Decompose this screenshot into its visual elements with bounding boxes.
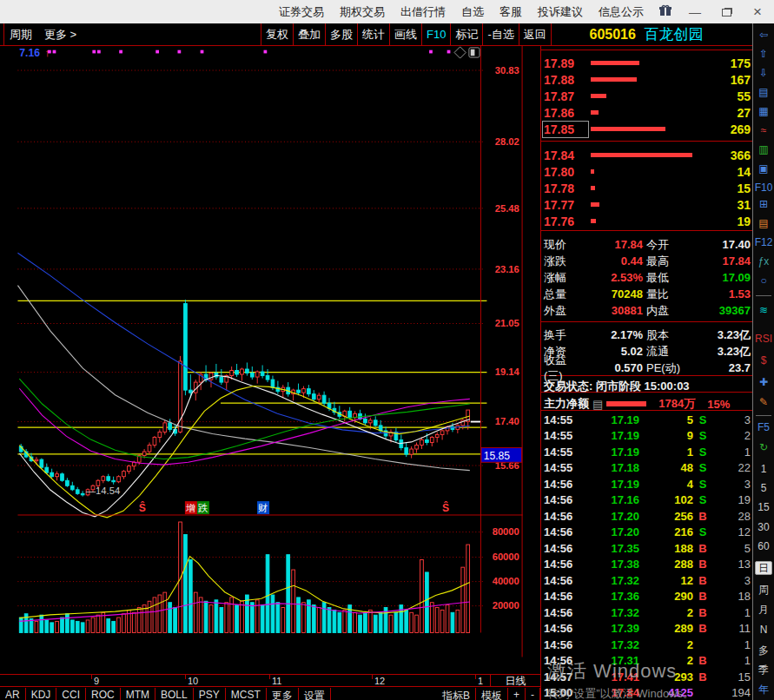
menu-watchlist[interactable]: 自选 <box>461 4 484 20</box>
bid-price[interactable]: 17.80 <box>544 165 587 179</box>
volume-bar <box>338 612 341 632</box>
period-year[interactable]: 年 <box>753 683 774 696</box>
ask-price[interactable]: 17.85 <box>544 122 587 136</box>
stock-code: 605016 <box>589 27 635 42</box>
ask-row[interactable]: 17.89175 <box>544 55 751 71</box>
indicator-tab-KDJ[interactable]: KDJ <box>26 688 57 700</box>
period-5[interactable]: 5 <box>753 482 774 494</box>
indicator-action-3[interactable]: - <box>526 688 540 700</box>
bid-price[interactable]: 17.84 <box>544 149 587 162</box>
toolbar-button-4[interactable]: 画线 <box>389 23 421 45</box>
money-icon[interactable]: $ <box>753 354 774 367</box>
main-force-row[interactable]: 主力净额▤1784万15% <box>544 396 751 412</box>
menu-complaint[interactable]: 投诉建议 <box>538 4 583 20</box>
kline-chart[interactable]: 30.8328.0225.4823.1621.0519.1417.4015.66… <box>0 46 540 700</box>
period-multi[interactable]: 多 <box>753 644 774 657</box>
kline-icon[interactable]: ▥ <box>753 143 774 155</box>
menu-securities-trade[interactable]: 证券交易 <box>279 4 324 20</box>
menu-options-trade[interactable]: 期权交易 <box>340 4 385 20</box>
bid-row[interactable]: 17.7815 <box>544 180 751 196</box>
circle-icon[interactable]: ○ <box>753 274 774 287</box>
toolbar-button-6[interactable]: 标记 <box>450 23 482 45</box>
quote-table-icon[interactable]: ▦ <box>753 105 774 117</box>
period-month[interactable]: 月 <box>753 604 774 616</box>
ask-row[interactable]: 17.88167 <box>544 71 751 88</box>
volume-bar <box>81 623 84 633</box>
menu-customer-service[interactable]: 客服 <box>499 4 522 20</box>
report-icon[interactable]: ▤ <box>753 86 774 98</box>
toolbar-button-3[interactable]: 统计 <box>357 23 389 45</box>
indicator-tab-设置[interactable]: 设置 <box>299 688 331 700</box>
diamond-icon[interactable] <box>454 47 466 58</box>
down-icon[interactable]: ⇩ <box>753 67 774 79</box>
bid-row[interactable]: 17.84366 <box>544 147 751 163</box>
period-quarter[interactable]: 季 <box>753 664 774 676</box>
indicator-tab-ROC[interactable]: ROC <box>86 688 121 700</box>
gift-icon[interactable] <box>659 4 671 19</box>
indicator-action-1[interactable]: 模板 <box>476 688 508 700</box>
indicator-tab-AR[interactable]: AR <box>0 688 26 700</box>
f10-icon[interactable]: F10 <box>753 182 774 194</box>
period-60[interactable]: 60 <box>753 540 774 552</box>
toolbar-button-7[interactable]: -自选 <box>482 23 518 45</box>
indicator-tab-MCST[interactable]: MCST <box>226 688 267 700</box>
indicator-tab-更多[interactable]: 更多 <box>267 688 299 700</box>
menu-lending-quotes[interactable]: 出借行情 <box>400 4 446 20</box>
period-30[interactable]: 30 <box>753 521 774 533</box>
bid-row[interactable]: 17.7619 <box>544 213 751 229</box>
indicator-action-0[interactable]: 指标B <box>437 688 476 700</box>
minimize-button[interactable]: — <box>687 5 703 19</box>
period-1[interactable]: 1 <box>753 463 774 475</box>
period-day[interactable]: 日 <box>755 561 772 575</box>
ask-price[interactable]: 17.88 <box>544 73 587 87</box>
period-indicator[interactable]: 日线 <box>490 675 540 687</box>
tree-icon[interactable]: ⊞ <box>753 198 774 210</box>
indicator-tab-BOLL[interactable]: BOLL <box>155 688 194 700</box>
indicator-tab-CCI[interactable]: CCI <box>56 688 86 700</box>
up-icon[interactable]: ⇧ <box>753 48 774 60</box>
formula-icon[interactable]: ƒx <box>753 255 774 267</box>
restore-button[interactable] <box>718 5 734 19</box>
bid-volume: 19 <box>709 215 751 228</box>
close-button[interactable]: × <box>750 3 765 21</box>
indicator-tab-PSY[interactable]: PSY <box>194 688 226 700</box>
pages-icon[interactable]: ▣ <box>753 162 774 175</box>
person-file-icon[interactable]: ▤ <box>753 217 774 229</box>
waves-icon[interactable]: ≋ <box>753 304 774 316</box>
bid-row[interactable]: 17.7731 <box>544 196 751 213</box>
rsi-icon[interactable]: RSI <box>753 333 774 345</box>
quote-label: 最低 <box>646 270 685 286</box>
toolbar-button-1[interactable]: 叠加 <box>293 23 325 45</box>
f5-icon[interactable]: F5 <box>753 421 774 433</box>
more-menu[interactable]: 更多 > <box>44 27 76 43</box>
ask-price[interactable]: 17.89 <box>544 56 587 70</box>
tick-row: 14:5617.20216S12 <box>544 525 751 540</box>
menu-info-disclosure[interactable]: 信息公示 <box>599 4 644 20</box>
trend-line-icon[interactable]: ≈ <box>753 124 774 136</box>
toolbar-button-2[interactable]: 多股 <box>325 23 357 45</box>
period-menu[interactable]: 周期 <box>10 27 32 43</box>
period-15[interactable]: 15 <box>753 501 774 513</box>
pencil-icon[interactable]: ✎ <box>753 396 774 408</box>
ask-row[interactable]: 17.8755 <box>544 88 751 104</box>
move-icon[interactable]: ✚ <box>753 376 774 388</box>
bid-row[interactable]: 17.8014 <box>544 163 751 180</box>
f12-icon[interactable]: F12 <box>753 236 774 248</box>
back-icon[interactable]: ⇦ <box>753 29 774 41</box>
period-week[interactable]: 周 <box>753 584 774 596</box>
period-n[interactable]: N <box>753 624 774 636</box>
toolbar-button-5[interactable]: F10 <box>421 23 450 45</box>
bid-price[interactable]: 17.77 <box>544 198 587 212</box>
toolbar-button-0[interactable]: 复权 <box>261 23 293 45</box>
list-icon[interactable]: ▤ <box>592 398 603 411</box>
ask-price[interactable]: 17.86 <box>544 106 587 120</box>
bid-volume: 366 <box>709 149 751 162</box>
indicator-action-2[interactable]: + <box>508 688 526 700</box>
indicator-tab-MTM[interactable]: MTM <box>121 688 155 700</box>
ask-row[interactable]: 17.8627 <box>544 104 751 121</box>
refresh-icon[interactable]: ↻ <box>753 441 774 453</box>
ask-price[interactable]: 17.87 <box>544 89 587 103</box>
bid-price[interactable]: 17.78 <box>544 182 587 195</box>
ask-row[interactable]: 17.85269 <box>544 121 751 137</box>
bid-price[interactable]: 17.76 <box>544 215 587 228</box>
